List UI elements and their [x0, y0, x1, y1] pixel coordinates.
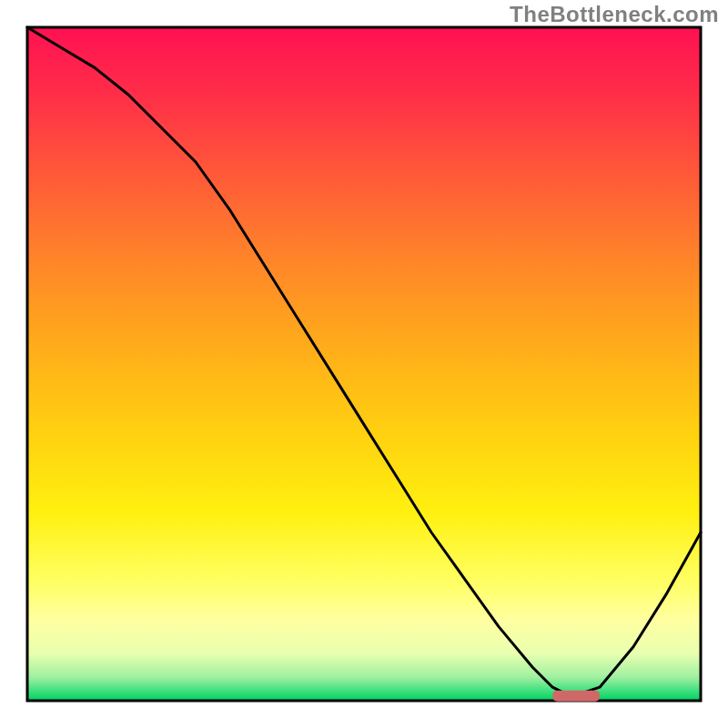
chart-svg	[0, 0, 728, 728]
plot-group	[27, 27, 701, 702]
watermark-text: TheBottleneck.com	[510, 2, 719, 27]
plot-background	[27, 27, 701, 701]
marker-bar	[552, 691, 600, 702]
chart-container: { "watermark": "TheBottleneck.com", "cha…	[0, 0, 728, 728]
